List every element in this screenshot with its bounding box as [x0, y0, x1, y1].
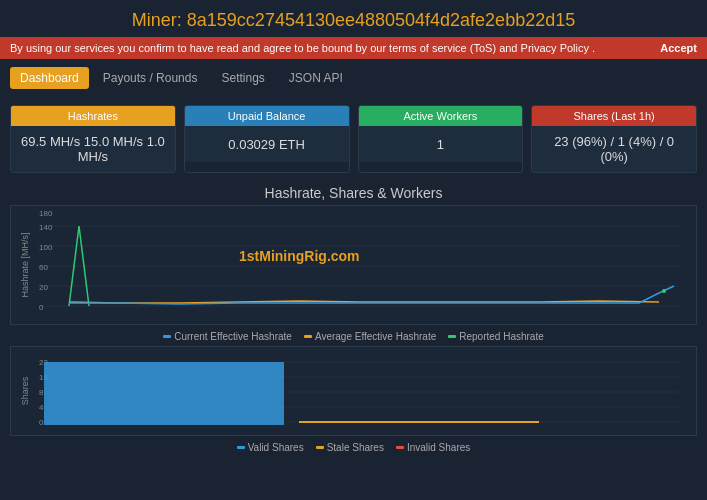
legend-reported-label: Reported Hashrate: [459, 331, 544, 342]
svg-rect-23: [44, 362, 284, 425]
hashrate-y-label: Hashrate [MH/s]: [11, 206, 39, 324]
hashrate-svg: 0 20 60 100 140 180 1stMiningRig.com: [39, 206, 696, 326]
legend-invalid-shares: Invalid Shares: [396, 442, 470, 453]
banner-text: By using our services you confirm to hav…: [10, 42, 595, 54]
svg-text:8: 8: [39, 388, 44, 397]
legend-valid-label: Valid Shares: [248, 442, 304, 453]
invalid-shares-color: [396, 446, 404, 449]
avg-hashrate-color: [304, 335, 312, 338]
stat-card-3: Shares (Last 1h)23 (96%) / 1 (4%) / 0 (0…: [531, 105, 697, 173]
svg-text:140: 140: [39, 223, 53, 232]
legend-avg-label: Average Effective Hashrate: [315, 331, 436, 342]
navigation: DashboardPayouts / RoundsSettingsJSON AP…: [0, 59, 707, 97]
svg-text:60: 60: [39, 263, 48, 272]
legend-stale-label: Stale Shares: [327, 442, 384, 453]
shares-legend: Valid Shares Stale Shares Invalid Shares: [10, 440, 697, 455]
stat-card-2: Active Workers1: [358, 105, 524, 173]
accept-button[interactable]: Accept: [660, 42, 697, 54]
stat-header-2: Active Workers: [359, 106, 523, 126]
stat-header-0: Hashrates: [11, 106, 175, 126]
svg-text:100: 100: [39, 243, 53, 252]
legend-avg-hashrate: Average Effective Hashrate: [304, 331, 436, 342]
valid-shares-color: [237, 446, 245, 449]
hashrate-chart: Hashrate [MH/s] 0 20 60 100 140 180: [10, 205, 697, 325]
shares-y-label: Shares: [11, 347, 39, 435]
terms-banner: By using our services you confirm to hav…: [0, 37, 707, 59]
shares-chart: Shares 0 4 8 16 22: [10, 346, 697, 436]
legend-valid-shares: Valid Shares: [237, 442, 304, 453]
legend-invalid-label: Invalid Shares: [407, 442, 470, 453]
stat-card-0: Hashrates69.5 MH/s 15.0 MH/s 1.0 MH/s: [10, 105, 176, 173]
hashrate-legend: Current Effective Hashrate Average Effec…: [10, 329, 697, 344]
miner-id: 8a159cc27454130ee4880504f4d2afe2ebb22d15: [187, 10, 575, 30]
stat-value-1: 0.03029 ETH: [185, 126, 349, 162]
page-header: Miner: 8a159cc27454130ee4880504f4d2afe2e…: [0, 0, 707, 37]
stat-value-2: 1: [359, 126, 523, 162]
nav-item-json-api[interactable]: JSON API: [279, 67, 353, 89]
svg-text:0: 0: [39, 418, 44, 427]
nav-item-dashboard[interactable]: Dashboard: [10, 67, 89, 89]
shares-svg: 0 4 8 16 22: [39, 347, 696, 437]
nav-item-settings[interactable]: Settings: [211, 67, 274, 89]
svg-text:1stMiningRig.com: 1stMiningRig.com: [239, 248, 360, 264]
svg-point-11: [662, 289, 666, 293]
legend-reported-hashrate: Reported Hashrate: [448, 331, 544, 342]
stats-row: Hashrates69.5 MH/s 15.0 MH/s 1.0 MH/sUnp…: [0, 97, 707, 181]
svg-text:180: 180: [39, 209, 53, 218]
stat-header-3: Shares (Last 1h): [532, 106, 696, 126]
chart-title-text: Hashrate, Shares & Workers: [265, 185, 443, 201]
chart-title: Hashrate, Shares & Workers: [10, 185, 697, 201]
stale-shares-color: [316, 446, 324, 449]
svg-text:4: 4: [39, 403, 44, 412]
svg-text:20: 20: [39, 283, 48, 292]
miner-label: Miner:: [132, 10, 182, 30]
legend-stale-shares: Stale Shares: [316, 442, 384, 453]
stat-header-1: Unpaid Balance: [185, 106, 349, 126]
chart-area: Hashrate, Shares & Workers Hashrate [MH/…: [0, 185, 707, 455]
legend-current-label: Current Effective Hashrate: [174, 331, 292, 342]
stat-value-3: 23 (96%) / 1 (4%) / 0 (0%): [532, 126, 696, 172]
stat-card-1: Unpaid Balance0.03029 ETH: [184, 105, 350, 173]
svg-text:0: 0: [39, 303, 44, 312]
current-hashrate-color: [163, 335, 171, 338]
legend-current-hashrate: Current Effective Hashrate: [163, 331, 292, 342]
stat-value-0: 69.5 MH/s 15.0 MH/s 1.0 MH/s: [11, 126, 175, 172]
nav-item-payouts-rounds[interactable]: Payouts / Rounds: [93, 67, 208, 89]
reported-hashrate-color: [448, 335, 456, 338]
